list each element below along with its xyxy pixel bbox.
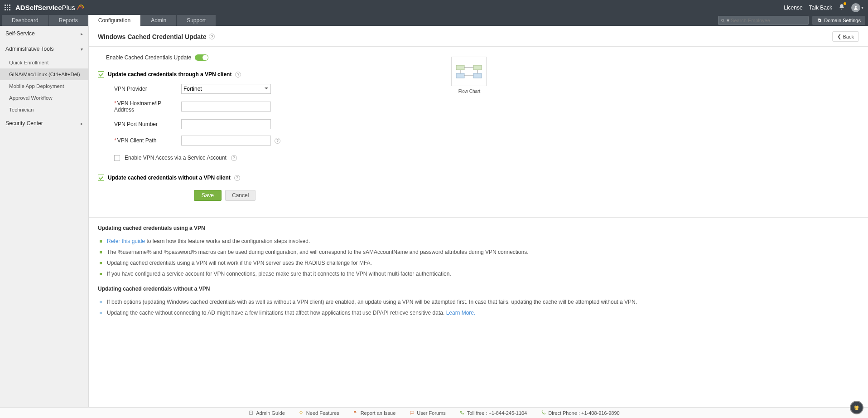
- sidebar-group-security-center[interactable]: Security Center ▸: [0, 116, 88, 131]
- product-name-bold: ADSelfService: [15, 4, 62, 11]
- sidebar-item-technician[interactable]: Technician: [0, 104, 88, 116]
- enable-cached-label: Enable Cached Credentials Update: [106, 54, 191, 61]
- chevron-left-icon: ❮: [837, 34, 841, 39]
- sidebar-group-label: Self-Service: [5, 30, 35, 37]
- vpn-client-label: *VPN Client Path: [114, 137, 181, 144]
- main-tabs: Dashboard Reports Configuration Admin Su…: [0, 15, 868, 26]
- tab-reports[interactable]: Reports: [49, 15, 88, 26]
- refer-guide-link[interactable]: Refer this guide: [107, 238, 145, 244]
- svg-rect-8: [9, 9, 10, 10]
- notification-badge: [844, 2, 846, 5]
- svg-rect-6: [5, 9, 6, 10]
- top-header: ADSelfService Plus License Talk Back ▾: [0, 0, 868, 15]
- vpn-host-input[interactable]: [181, 102, 271, 112]
- svg-rect-3: [5, 7, 6, 8]
- vpn-client-input[interactable]: [181, 136, 271, 146]
- license-link[interactable]: License: [784, 5, 802, 11]
- app-grid-icon[interactable]: [5, 5, 11, 11]
- info-item: Updating the cache without connecting to…: [105, 307, 859, 318]
- domain-settings-button[interactable]: Domain Settings: [812, 16, 865, 25]
- sidebar-item-quick-enrollment[interactable]: Quick Enrollment: [0, 57, 88, 68]
- help-icon[interactable]: ?: [231, 155, 237, 161]
- svg-rect-5: [9, 7, 10, 8]
- save-button[interactable]: Save: [194, 190, 222, 201]
- info-item: If both options (updating Windows cached…: [105, 296, 859, 307]
- sidebar-item-gina[interactable]: GINA/Mac/Linux (Ctrl+Alt+Del): [0, 68, 88, 80]
- vpn-host-label: *VPN Hostname/IP Address: [114, 100, 181, 113]
- info-item: The %username% and %password% macros can…: [105, 247, 859, 258]
- search-employee-box[interactable]: ▾: [718, 16, 809, 25]
- svg-rect-13: [473, 65, 482, 70]
- domain-settings-label: Domain Settings: [824, 18, 861, 23]
- help-icon[interactable]: ?: [235, 72, 241, 78]
- svg-point-9: [855, 6, 857, 8]
- chevron-right-icon: ▸: [81, 31, 83, 36]
- svg-rect-0: [5, 5, 6, 6]
- info-item: If you have configured a service account…: [105, 268, 859, 279]
- chevron-right-icon: ▸: [81, 121, 83, 126]
- bell-icon[interactable]: [839, 4, 845, 11]
- tab-configuration[interactable]: Configuration: [88, 15, 140, 26]
- sidebar-group-admin-tools[interactable]: Administrative Tools ▾: [0, 41, 88, 57]
- svc-account-label: Enable VPN Access via a Service Account: [125, 155, 227, 161]
- svg-rect-4: [7, 7, 8, 8]
- sidebar-group-label: Administrative Tools: [5, 46, 54, 52]
- sidebar-group-self-service[interactable]: Self-Service ▸: [0, 26, 88, 41]
- search-input[interactable]: [731, 18, 806, 23]
- search-icon: [721, 18, 725, 23]
- learn-more-link[interactable]: Learn More.: [446, 310, 476, 316]
- svg-point-10: [722, 19, 724, 21]
- sidebar-group-label: Security Center: [5, 120, 43, 126]
- sidebar-children-admin-tools: Quick Enrollment GINA/Mac/Linux (Ctrl+Al…: [0, 57, 88, 116]
- vpn-section-title: Update cached credentials through a VPN …: [108, 71, 231, 78]
- svg-rect-7: [7, 9, 8, 10]
- svg-rect-1: [7, 5, 8, 6]
- tab-admin[interactable]: Admin: [141, 15, 176, 26]
- svg-rect-15: [473, 73, 482, 78]
- novpn-section-title: Update cached credentials without a VPN …: [108, 175, 231, 181]
- talkback-link[interactable]: Talk Back: [809, 5, 832, 11]
- sidebar: Self-Service ▸ Administrative Tools ▾ Qu…: [0, 26, 89, 407]
- novpn-section-checkbox[interactable]: [98, 175, 104, 181]
- product-name-light: Plus: [62, 4, 75, 11]
- svg-rect-12: [456, 65, 464, 70]
- flowchart-thumbnail[interactable]: [451, 57, 487, 86]
- vpn-port-input[interactable]: [181, 119, 271, 129]
- back-button[interactable]: ❮ Back: [832, 31, 859, 42]
- svg-rect-2: [9, 5, 10, 6]
- vpn-provider-label: VPN Provider: [114, 86, 181, 92]
- help-icon[interactable]: ?: [275, 138, 280, 144]
- product-curve-icon: [77, 3, 85, 12]
- back-button-label: Back: [843, 34, 854, 39]
- product-name: ADSelfService Plus: [15, 3, 85, 12]
- vpn-port-label: VPN Port Number: [114, 121, 181, 127]
- help-icon[interactable]: ?: [209, 34, 215, 39]
- vpn-provider-select[interactable]: Fortinet: [181, 84, 271, 94]
- avatar-icon[interactable]: [851, 3, 860, 12]
- svg-line-11: [723, 21, 724, 22]
- tab-support[interactable]: Support: [177, 15, 216, 26]
- main-content: Windows Cached Credential Update ? ❮ Bac…: [89, 26, 868, 407]
- info-title-novpn: Updating cached credentials without a VP…: [98, 286, 859, 292]
- tab-dashboard[interactable]: Dashboard: [2, 15, 48, 26]
- chevron-down-icon[interactable]: ▾: [861, 5, 863, 10]
- page-title: Windows Cached Credential Update ?: [98, 33, 215, 40]
- enable-cached-toggle[interactable]: [195, 54, 208, 61]
- cancel-button[interactable]: Cancel: [225, 190, 256, 201]
- headset-icon: [853, 404, 860, 407]
- info-item: Refer this guide to learn how this featu…: [105, 236, 859, 247]
- info-title-vpn: Updating cached credentials using a VPN: [98, 225, 859, 231]
- sidebar-item-mobile-app[interactable]: Mobile App Deployment: [0, 80, 88, 92]
- info-item: Updating cached credentials using a VPN …: [105, 258, 859, 268]
- svg-rect-14: [456, 73, 464, 78]
- gear-icon: [817, 18, 822, 23]
- vpn-section-checkbox[interactable]: [98, 71, 104, 78]
- chevron-down-icon: ▾: [81, 47, 83, 52]
- help-icon[interactable]: ?: [234, 175, 240, 181]
- flowchart-caption: Flow Chart: [451, 89, 487, 94]
- svc-account-checkbox[interactable]: [114, 155, 120, 161]
- sidebar-item-approval-workflow[interactable]: Approval Workflow: [0, 92, 88, 104]
